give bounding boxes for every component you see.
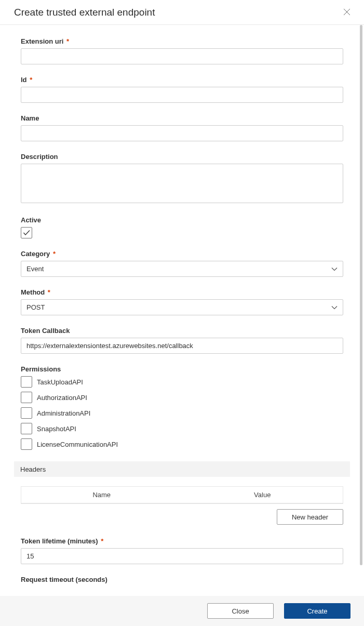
- button-label: New header: [292, 513, 328, 521]
- input-id[interactable]: [21, 87, 343, 103]
- label-text: Name: [21, 114, 39, 122]
- field-id: Id *: [21, 76, 343, 103]
- permission-label: SnapshotAPI: [37, 425, 76, 433]
- label-extension-uri: Extension uri *: [21, 37, 343, 45]
- field-method: Method * POST: [21, 288, 343, 315]
- checkbox-active[interactable]: [21, 227, 32, 238]
- create-button[interactable]: Create: [284, 603, 350, 619]
- panel-footer: Close Create: [0, 596, 364, 626]
- new-header-row: New header: [21, 509, 343, 525]
- input-token-lifetime[interactable]: [21, 548, 343, 564]
- checkbox-permission-authorizationapi[interactable]: [21, 392, 32, 403]
- permission-row: LicenseCommunicationAPI: [21, 438, 343, 450]
- input-token-callback[interactable]: [21, 338, 343, 354]
- field-request-timeout: Request timeout (seconds): [21, 576, 343, 583]
- required-marker: *: [53, 250, 56, 258]
- field-token-callback: Token Callback: [21, 327, 343, 354]
- label-text: Id: [21, 76, 27, 84]
- scrollbar[interactable]: [360, 25, 362, 565]
- field-name: Name: [21, 114, 343, 141]
- label-text: Permissions: [21, 365, 61, 373]
- new-header-button[interactable]: New header: [277, 509, 343, 525]
- label-text: Extension uri: [21, 37, 63, 45]
- field-active: Active: [21, 216, 343, 238]
- label-text: Category: [21, 250, 50, 258]
- textarea-description[interactable]: [21, 164, 343, 203]
- permission-label: TaskUploadAPI: [37, 378, 83, 386]
- label-active: Active: [21, 216, 343, 224]
- checkbox-permission-licensecommunicationapi[interactable]: [21, 438, 32, 450]
- checkbox-permission-administrationapi[interactable]: [21, 407, 32, 419]
- label-token-callback: Token Callback: [21, 327, 343, 335]
- field-permissions: Permissions TaskUploadAPI AuthorizationA…: [21, 365, 343, 450]
- field-token-lifetime: Token lifetime (minutes) *: [21, 537, 343, 564]
- label-text: Active: [21, 216, 41, 224]
- permission-row: AuthorizationAPI: [21, 392, 343, 403]
- section-title: Headers: [20, 465, 46, 473]
- panel-body: Extension uri * Id * Name Description: [0, 25, 364, 596]
- input-extension-uri[interactable]: [21, 48, 343, 64]
- button-label: Close: [232, 607, 249, 615]
- label-category: Category *: [21, 250, 343, 258]
- panel-header: Create trusted external endpoint: [0, 0, 364, 25]
- label-text: Token Callback: [21, 327, 70, 335]
- close-button[interactable]: Close: [207, 603, 274, 619]
- field-extension-uri: Extension uri *: [21, 37, 343, 64]
- field-description: Description: [21, 153, 343, 205]
- field-category: Category * Event: [21, 250, 343, 277]
- close-icon[interactable]: [341, 6, 353, 19]
- label-name: Name: [21, 114, 343, 122]
- select-method[interactable]: POST: [21, 299, 343, 315]
- headers-col-name: Name: [21, 491, 182, 499]
- label-text: Request timeout (seconds): [21, 576, 107, 583]
- permissions-list: TaskUploadAPI AuthorizationAPI Administr…: [21, 376, 343, 450]
- required-marker: *: [30, 76, 32, 84]
- label-text: Method: [21, 288, 45, 296]
- create-endpoint-panel: Create trusted external endpoint Extensi…: [0, 0, 364, 626]
- label-id: Id *: [21, 76, 343, 84]
- permission-label: LicenseCommunicationAPI: [37, 441, 118, 448]
- permission-row: TaskUploadAPI: [21, 376, 343, 388]
- chevron-down-icon: [331, 267, 338, 271]
- label-description: Description: [21, 153, 343, 161]
- checkbox-permission-taskuploadapi[interactable]: [21, 376, 32, 388]
- permission-row: AdministrationAPI: [21, 407, 343, 419]
- permission-label: AuthorizationAPI: [37, 394, 87, 402]
- required-marker: *: [101, 537, 103, 545]
- label-token-lifetime: Token lifetime (minutes) *: [21, 537, 343, 545]
- select-category[interactable]: Event: [21, 261, 343, 277]
- checkbox-permission-snapshotapi[interactable]: [21, 423, 32, 434]
- input-name[interactable]: [21, 125, 343, 141]
- headers-table: Name Value: [21, 486, 343, 504]
- label-text: Token lifetime (minutes): [21, 537, 98, 545]
- panel-title: Create trusted external endpoint: [14, 7, 155, 18]
- checkmark-icon: [23, 230, 31, 236]
- headers-section-bar: Headers: [14, 461, 350, 477]
- headers-table-head: Name Value: [21, 487, 343, 503]
- label-permissions: Permissions: [21, 365, 343, 373]
- label-request-timeout: Request timeout (seconds): [21, 576, 343, 583]
- label-text: Description: [21, 153, 58, 161]
- select-value: Event: [26, 265, 44, 273]
- chevron-down-icon: [331, 305, 338, 310]
- required-marker: *: [66, 37, 69, 45]
- permission-row: SnapshotAPI: [21, 423, 343, 434]
- headers-col-value: Value: [182, 491, 343, 499]
- label-method: Method *: [21, 288, 343, 296]
- button-label: Create: [307, 607, 327, 615]
- permission-label: AdministrationAPI: [37, 409, 90, 417]
- select-value: POST: [26, 303, 45, 311]
- required-marker: *: [48, 288, 50, 296]
